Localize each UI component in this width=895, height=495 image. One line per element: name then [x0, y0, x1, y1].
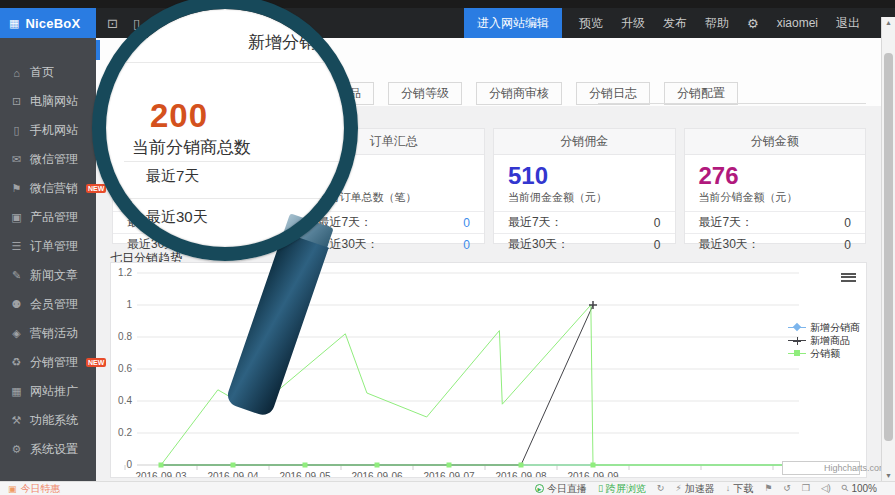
- status-flag[interactable]: ⚑: [764, 484, 772, 493]
- wechat-marketing-icon: ⚑: [10, 182, 23, 195]
- sidebar-item-order-manage[interactable]: ☰订单管理: [0, 232, 96, 261]
- publish-link[interactable]: 发布: [663, 15, 687, 32]
- status-live-today[interactable]: ▶今日直播: [535, 482, 587, 495]
- trend-chart: 00.20.40.60.811.22016-09-032016-09-04201…: [111, 263, 866, 477]
- legend-label: 分销额: [810, 347, 840, 361]
- magnified-caption: 当前分销商总数: [132, 136, 251, 159]
- sidebar-item-desktop-site[interactable]: ⊡电脑网站: [0, 87, 96, 116]
- sidebar-item-function-system[interactable]: ⚒功能系统: [0, 406, 96, 435]
- svg-text:0: 0: [126, 459, 132, 470]
- svg-text:2016-09-03: 2016-09-03: [135, 471, 187, 477]
- enter-site-edit-button[interactable]: 进入网站编辑: [464, 8, 562, 38]
- divider: [124, 198, 344, 199]
- member-manage-icon: ⚉: [10, 298, 23, 311]
- app-logo[interactable]: ▦ NiceBoX: [0, 8, 96, 38]
- todays-deal[interactable]: ▣ 今日特惠: [8, 482, 61, 495]
- status-sound[interactable]: ◁): [821, 484, 831, 493]
- sidebar-item-site-promotion[interactable]: ▦网站推广: [0, 377, 96, 406]
- gear-icon[interactable]: ⚙: [747, 16, 759, 31]
- sidebar-item-wechat-marketing[interactable]: ⚑微信营销NEW: [0, 174, 96, 203]
- chart-menu-icon[interactable]: [841, 271, 856, 283]
- plus-marker-icon: [788, 336, 806, 345]
- svg-text:2016-09-07: 2016-09-07: [423, 471, 475, 477]
- sidebar-item-home[interactable]: ⌂首页: [0, 58, 96, 87]
- sidebar-item-label: 系统设置: [30, 441, 78, 458]
- status-zoom-level[interactable]: ⚲100%: [842, 483, 877, 494]
- legend-item-新增分销商[interactable]: 新增分销商: [788, 321, 860, 334]
- legend-item-分销额[interactable]: 分销额: [788, 347, 860, 360]
- username[interactable]: xiaomei: [777, 16, 818, 30]
- scroll-up-icon[interactable]: ▲: [882, 17, 895, 28]
- status-cross-screen[interactable]: ▯跨屏浏览: [598, 482, 646, 495]
- sound-icon: ◁): [821, 484, 831, 493]
- scroll-down-icon[interactable]: ▼: [882, 470, 895, 481]
- card-row: 最近30天：0: [685, 233, 866, 255]
- card-row: 最近7天：0: [685, 211, 866, 233]
- refresh-icon: ↻: [657, 484, 665, 493]
- sidebar-item-news-article[interactable]: ✎新闻文章: [0, 261, 96, 290]
- svg-text:2016-09-09: 2016-09-09: [567, 471, 619, 477]
- square-marker-icon: [788, 349, 806, 358]
- news-article-icon: ✎: [10, 269, 23, 282]
- status-accelerator[interactable]: ⚡加速器: [675, 482, 714, 495]
- windows-icon: ❒: [802, 484, 810, 493]
- card-row-label: 最近7天：: [508, 214, 563, 231]
- card-row-value[interactable]: 0: [463, 216, 470, 230]
- vertical-scrollbar[interactable]: ▲ ▼: [881, 17, 895, 481]
- product-manage-icon: ▣: [10, 211, 23, 224]
- distribution-manage-icon: ♻: [10, 356, 23, 369]
- card-row-value: 0: [654, 216, 661, 230]
- sidebar-item-system-settings[interactable]: ⚙系统设置: [0, 435, 96, 464]
- wechat-manage-icon: ✉: [10, 153, 23, 166]
- sidebar-item-label: 营销活动: [30, 325, 78, 342]
- cross-screen-icon: ▯: [598, 484, 603, 493]
- tab-distributor-review[interactable]: 分销商审核: [476, 82, 562, 105]
- function-system-icon: ⚒: [10, 414, 23, 427]
- sidebar-item-label: 订单管理: [30, 238, 78, 255]
- preview-link[interactable]: 预览: [579, 15, 603, 32]
- mobile-view-icon[interactable]: ▯: [133, 16, 140, 31]
- sidebar-item-marketing-activity[interactable]: ◈营销活动: [0, 319, 96, 348]
- card-number: [318, 163, 471, 189]
- history-icon: ↺: [783, 484, 791, 493]
- sidebar-item-label: 网站推广: [30, 383, 78, 400]
- tab-distribution-config[interactable]: 分销配置: [664, 82, 738, 105]
- status-refresh[interactable]: ↻: [657, 484, 665, 493]
- upgrade-link[interactable]: 升级: [621, 15, 645, 32]
- sidebar-item-label: 会员管理: [30, 296, 78, 313]
- todays-deal-label: 今日特惠: [21, 482, 61, 495]
- card-row-value[interactable]: 0: [463, 238, 470, 252]
- card-分销佣金: 分销佣金510当前佣金金额（元）最近7天：0最近30天：0: [493, 128, 676, 244]
- status-history[interactable]: ↺: [783, 484, 791, 493]
- window-top-strip: [0, 0, 895, 8]
- magnified-distributor-count: 200: [150, 97, 208, 135]
- active-indicator: [96, 40, 100, 60]
- legend-label: 新增分销商: [810, 321, 860, 335]
- sidebar-item-member-manage[interactable]: ⚉会员管理: [0, 290, 96, 319]
- sidebar-item-wechat-manage[interactable]: ✉微信管理: [0, 145, 96, 174]
- status-windows[interactable]: ❒: [802, 484, 810, 493]
- desktop-view-icon[interactable]: ⊡: [107, 16, 118, 31]
- svg-text:2016-09-05: 2016-09-05: [279, 471, 331, 477]
- scrollbar-thumb[interactable]: [884, 53, 893, 441]
- status-download[interactable]: ↓下载: [726, 482, 754, 495]
- sidebar-item-label: 分销管理: [30, 354, 78, 371]
- sidebar-item-product-manage[interactable]: ▣产品管理: [0, 203, 96, 232]
- card-row-label: 最近7天：: [699, 214, 754, 231]
- card-caption: 当前分销金额（元）: [699, 190, 852, 205]
- logout-link[interactable]: 退出: [836, 15, 860, 32]
- tab-distribution-levels[interactable]: 分销等级: [388, 82, 462, 105]
- legend-item-新增商品[interactable]: 新增商品: [788, 334, 860, 347]
- marketing-activity-icon: ◈: [10, 327, 23, 340]
- sidebar-item-mobile-site[interactable]: ▯手机网站: [0, 116, 96, 145]
- sidebar-item-label: 微信管理: [30, 151, 78, 168]
- card-title: 分销佣金: [494, 129, 675, 155]
- card-row: 最近7天：0: [494, 211, 675, 233]
- card-分销金额: 分销金额276当前分销金额（元）最近7天：0最近30天：0: [684, 128, 867, 244]
- sidebar-item-distribution-manage[interactable]: ♻分销管理NEW: [0, 348, 96, 377]
- magnified-row-7days: 最近7天: [146, 167, 199, 186]
- svg-text:0.4: 0.4: [118, 395, 132, 406]
- help-link[interactable]: 帮助: [705, 15, 729, 32]
- sidebar-item-label: 首页: [30, 64, 54, 81]
- tab-distribution-log[interactable]: 分销日志: [576, 82, 650, 105]
